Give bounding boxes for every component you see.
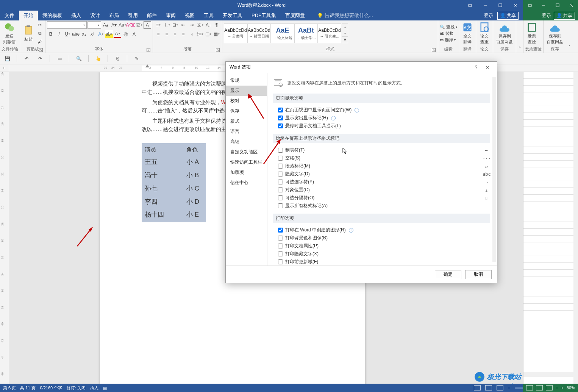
close-icon[interactable]: ✕ xyxy=(482,62,493,73)
collapse-ribbon-icon[interactable]: ˄ xyxy=(516,45,523,53)
style-item[interactable]: AaE→ 论文标题 xyxy=(271,23,294,43)
borders-icon[interactable]: ▦ xyxy=(213,30,220,38)
numbering-icon[interactable]: ⒈ xyxy=(163,21,170,29)
bullets-icon[interactable]: ≡ xyxy=(155,21,162,29)
checkbox[interactable] xyxy=(278,116,283,120)
checkbox[interactable] xyxy=(278,123,283,128)
tab-视图[interactable]: 视图 xyxy=(180,11,199,20)
checkbox[interactable] xyxy=(278,236,283,241)
page-layout-icon[interactable] xyxy=(536,385,543,390)
touch-mode-icon[interactable]: 👆 xyxy=(94,55,102,63)
zoom-out-icon[interactable]: − xyxy=(508,386,510,390)
checkbox[interactable] xyxy=(278,259,283,264)
print-layout-icon[interactable] xyxy=(485,385,492,390)
show-marks-icon[interactable]: ¶ xyxy=(213,21,220,29)
shrink-font-icon[interactable]: A▾ xyxy=(110,21,118,29)
style-item[interactable]: AaBbCcDd→ 研究生... xyxy=(318,23,341,43)
select-button[interactable]: ▭选择▾ xyxy=(440,37,457,43)
tab-设计[interactable]: 设计 xyxy=(86,11,105,20)
tab-我的模板[interactable]: 我的模板 xyxy=(38,11,67,20)
nav-item-快速访问工具栏[interactable]: 快速访问工具栏 xyxy=(226,157,267,167)
subscript-icon[interactable]: x₂ xyxy=(80,30,88,38)
dialog-launcher-icon[interactable]: ↘ xyxy=(147,48,150,52)
nav-item-信任中心[interactable]: 信任中心 xyxy=(226,178,267,188)
styles-gallery[interactable]: AaBbCcDd→ 分类号AaBbCcDd→ 封面日期AaE→ 论文标题AaBt… xyxy=(224,23,341,43)
nav-item-版式[interactable]: 版式 xyxy=(226,116,267,127)
tab-PDF工具集[interactable]: PDF工具集 xyxy=(247,11,281,20)
normal-view-icon[interactable] xyxy=(526,385,533,390)
page-break-icon[interactable] xyxy=(546,385,553,390)
scrollbar-vertical[interactable] xyxy=(573,72,578,384)
align-center-icon[interactable]: ≡ xyxy=(163,30,170,38)
align-right-icon[interactable]: ≡ xyxy=(171,30,179,38)
minimize-icon[interactable] xyxy=(478,0,493,11)
decrease-indent-icon[interactable]: ⇤ xyxy=(180,21,187,29)
checkbox[interactable] xyxy=(278,251,283,256)
nav-item-自定义功能区[interactable]: 自定义功能区 xyxy=(226,147,267,157)
share-button[interactable]: 👤共享 xyxy=(554,12,575,20)
nav-item-语言[interactable]: 语言 xyxy=(226,127,267,137)
zoom-level[interactable]: 80% xyxy=(567,386,575,390)
style-item[interactable]: AaBbCcDd→ 封面日期 xyxy=(247,23,271,43)
undo-icon[interactable]: ↶ xyxy=(22,55,31,63)
close-icon[interactable] xyxy=(508,0,523,11)
insert-icon[interactable]: ⎘ xyxy=(113,55,122,63)
checkbox[interactable] xyxy=(278,228,283,233)
help-icon[interactable]: ? xyxy=(470,62,482,73)
thesis-check-button[interactable]: 论文 查重 xyxy=(478,21,491,45)
tab-开发工具[interactable]: 开发工具 xyxy=(218,11,247,20)
minimize-icon[interactable] xyxy=(537,0,550,11)
read-mode-icon[interactable] xyxy=(474,385,481,390)
justify-icon[interactable]: ≡ xyxy=(180,30,187,38)
tab-插入[interactable]: 插入 xyxy=(67,11,86,20)
tab-文件[interactable]: 文件 xyxy=(0,11,19,20)
clear-format-icon[interactable]: A⌫ xyxy=(127,21,134,29)
checkbox[interactable] xyxy=(278,203,283,208)
selected-table[interactable]: 演员角色王五小 A冯十小 B孙七小 C李四小 D杨十四小 E xyxy=(142,143,206,222)
line-spacing-icon[interactable]: ‡≡ xyxy=(196,30,204,38)
strike-icon[interactable]: abc xyxy=(72,30,80,38)
vertical-ruler[interactable]: 10121416182022242628303234363840424446 xyxy=(0,72,9,384)
checkbox[interactable] xyxy=(278,108,283,112)
increase-indent-icon[interactable]: ⇥ xyxy=(188,21,195,29)
tab-开始[interactable]: 开始 xyxy=(19,11,38,20)
replace-button[interactable]: ab替换 xyxy=(440,31,457,36)
phonetic-guide-icon[interactable]: 变 xyxy=(135,21,143,29)
multilevel-icon[interactable]: ⊟ xyxy=(171,21,179,29)
tab-引用[interactable]: 引用 xyxy=(123,11,142,20)
maximize-icon[interactable] xyxy=(551,0,564,11)
login-link[interactable]: 登录 xyxy=(484,12,494,19)
indent-marker-icon[interactable] xyxy=(145,64,149,67)
ok-button[interactable]: 确定 xyxy=(435,270,461,279)
info-icon[interactable]: i xyxy=(355,108,359,112)
save-baidu-button[interactable]: 保存到 百度网盘 xyxy=(545,21,565,45)
gallery-scroll[interactable]: ▴▾⯆ xyxy=(342,23,348,43)
scrollbar-horizontal[interactable] xyxy=(523,372,573,377)
checkbox[interactable] xyxy=(278,156,283,161)
save-icon[interactable]: 💾 xyxy=(3,55,11,63)
shading-icon[interactable]: ▢ xyxy=(205,30,212,38)
zoom-out-icon[interactable]: − xyxy=(556,386,558,390)
cut-icon[interactable]: ✂ xyxy=(36,21,44,29)
find-button[interactable]: 🔍查找▾ xyxy=(440,24,457,30)
tab-百度网盘[interactable]: 百度网盘 xyxy=(281,11,309,20)
close-icon[interactable] xyxy=(564,0,578,11)
checkbox[interactable] xyxy=(278,148,283,153)
font-size-combo[interactable]: ▾ xyxy=(87,21,101,29)
maximize-icon[interactable] xyxy=(493,0,508,11)
char-border-icon[interactable]: A xyxy=(144,21,151,29)
invoice-check-button[interactable]: 发票 查验 xyxy=(525,21,539,45)
highlight-icon[interactable]: ab xyxy=(105,30,113,38)
dialog-launcher-icon[interactable]: ↘ xyxy=(39,48,43,52)
checkbox[interactable] xyxy=(278,244,283,248)
enclose-char-icon[interactable]: ㊕ xyxy=(122,30,130,38)
redo-icon[interactable]: ↷ xyxy=(36,55,44,63)
ribbon-display-icon[interactable] xyxy=(523,0,537,11)
tab-布局[interactable]: 布局 xyxy=(105,11,123,20)
collapse-ribbon-icon[interactable]: ˄ xyxy=(566,44,572,51)
insert-mode[interactable]: 插入 xyxy=(90,385,98,391)
checkbox[interactable] xyxy=(278,172,283,176)
tell-me-search[interactable]: 💡 告诉我您想要做什么... xyxy=(317,12,373,19)
checkbox[interactable] xyxy=(278,195,283,200)
share-button[interactable]: 👤共享 xyxy=(497,12,519,20)
